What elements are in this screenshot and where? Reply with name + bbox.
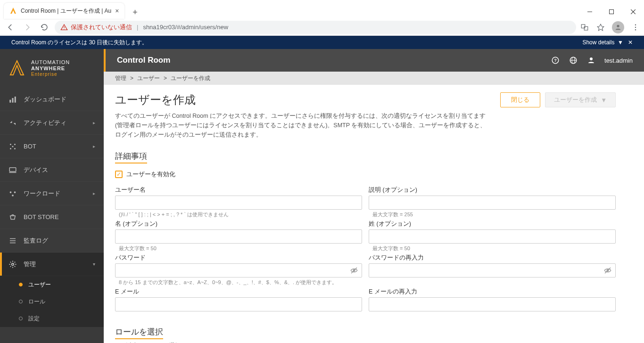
- sidebar-item-workload[interactable]: ワークロード ▸: [0, 182, 104, 205]
- sidebar-item-bot[interactable]: BOT ▸: [0, 135, 104, 158]
- password-hint: 8 から 15 までの文字数と、a~z、A~Z、0~9、@、-、_、!、#、$、…: [115, 279, 362, 286]
- enable-user-checkbox[interactable]: ✓: [115, 171, 123, 178]
- section-details-title: 詳細事項: [115, 151, 147, 163]
- svg-text:?: ?: [554, 58, 557, 63]
- bookmark-star-icon[interactable]: [596, 23, 605, 32]
- browser-toolbar: 保護されていない通信 | shna19cr03/#/admin/users/ne…: [0, 19, 644, 36]
- sidebar-item-devices[interactable]: デバイス: [0, 158, 104, 182]
- profile-avatar-icon[interactable]: [612, 21, 624, 33]
- reload-button[interactable]: [38, 21, 51, 34]
- sidebar-sub-settings[interactable]: 設定: [0, 310, 104, 327]
- minimize-button[interactable]: [579, 5, 601, 19]
- product-logo: AUTOMATION ANYWHERE Enterprise: [0, 49, 104, 88]
- botstore-icon: [8, 213, 17, 221]
- password-label: パスワード: [115, 254, 362, 262]
- translate-icon[interactable]: [580, 23, 589, 32]
- username-label: ユーザー名: [115, 186, 362, 194]
- security-warning: 保護されていない通信: [60, 23, 132, 32]
- forward-button[interactable]: [21, 21, 34, 34]
- username-input[interactable]: [115, 196, 362, 210]
- favicon-icon: [9, 7, 17, 15]
- description-label: 説明 (オプション): [369, 186, 616, 194]
- banner-close-icon[interactable]: ✕: [628, 39, 633, 46]
- user-icon[interactable]: [586, 56, 596, 65]
- sidebar-label: デバイス: [24, 166, 48, 174]
- svg-line-38: [605, 268, 611, 273]
- app-header: Control Room ? test.admin: [104, 49, 644, 72]
- sidebar-label: BOT: [24, 143, 36, 150]
- svg-point-16: [14, 144, 16, 145]
- svg-rect-14: [15, 97, 16, 103]
- sidebar-label: 監査ログ: [24, 237, 48, 245]
- back-button[interactable]: [4, 21, 17, 34]
- breadcrumb: 管理 > ユーザー > ユーザーを作成: [104, 72, 644, 85]
- close-button[interactable]: 閉じる: [500, 92, 540, 107]
- window-controls: [579, 5, 644, 19]
- eye-slash-icon[interactable]: [350, 266, 358, 275]
- chevron-down-icon: ▼: [601, 97, 607, 104]
- logo-icon: [8, 58, 26, 79]
- maximize-button[interactable]: [601, 5, 622, 19]
- lastname-label: 姓 (オプション): [369, 220, 616, 228]
- svg-rect-12: [9, 99, 11, 102]
- firstname-hint: 最大文字数 = 50: [115, 245, 362, 252]
- bullet-icon: [19, 317, 23, 320]
- license-banner: Control Room のライセンスは 30 日後に失効します。 Show d…: [0, 36, 644, 49]
- page-title: ユーザーを作成: [115, 92, 196, 107]
- crumb-admin[interactable]: 管理: [115, 74, 126, 82]
- sidebar-item-dashboard[interactable]: ダッシュボード: [0, 88, 104, 111]
- sidebar-label: 管理: [24, 260, 36, 269]
- sidebar-item-activity[interactable]: アクティビティ ▸: [0, 111, 104, 135]
- svg-point-22: [10, 191, 12, 193]
- sidebar-admin-submenu: ユーザー ロール 設定: [0, 276, 104, 327]
- crumb-users[interactable]: ユーザー: [137, 74, 160, 82]
- eye-slash-icon[interactable]: [603, 266, 612, 275]
- sidebar-sub-users[interactable]: ユーザー: [0, 276, 104, 293]
- email-input[interactable]: [115, 297, 362, 311]
- chevron-right-icon: ▸: [93, 191, 95, 196]
- globe-icon[interactable]: [569, 56, 578, 65]
- tab-title: Control Room | ユーザーを作成 | Au: [21, 7, 111, 15]
- app-header-title: Control Room: [117, 56, 170, 65]
- svg-line-36: [351, 268, 357, 273]
- devices-icon: [8, 166, 17, 174]
- new-tab-button[interactable]: +: [128, 6, 141, 19]
- browser-tab[interactable]: Control Room | ユーザーを作成 | Au ×: [4, 3, 124, 19]
- help-icon[interactable]: ?: [551, 56, 560, 65]
- header-username[interactable]: test.admin: [604, 57, 633, 64]
- description-input[interactable]: [369, 196, 616, 210]
- password-confirm-input[interactable]: [369, 263, 616, 278]
- sidebar-item-botstore[interactable]: BOT STORE: [0, 205, 104, 229]
- chevron-right-icon: ▸: [93, 120, 95, 125]
- address-bar[interactable]: 保護されていない通信 | shna19cr03/#/admin/users/ne…: [55, 21, 576, 34]
- sidebar-item-admin[interactable]: 管理 ▾: [0, 253, 104, 276]
- crumb-create-user: ユーザーを作成: [171, 74, 210, 82]
- lastname-input[interactable]: [369, 229, 616, 244]
- chrome-menu-icon[interactable]: [631, 23, 640, 32]
- sidebar-sub-roles[interactable]: ロール: [0, 293, 104, 310]
- password-input[interactable]: [115, 263, 362, 278]
- email-label: E メール: [115, 288, 362, 296]
- banner-text: Control Room のライセンスは 30 日後に失効します。: [11, 39, 148, 47]
- workload-icon: [8, 189, 17, 198]
- svg-point-9: [635, 24, 636, 25]
- firstname-label: 名 (オプション): [115, 220, 362, 228]
- sidebar-label: BOT STORE: [24, 213, 59, 220]
- sidebar: AUTOMATION ANYWHERE Enterprise ダッシュボード ア…: [0, 49, 104, 343]
- tab-close-icon[interactable]: ×: [115, 7, 119, 15]
- bullet-icon: [19, 283, 23, 286]
- auditlog-icon: [8, 237, 17, 245]
- chevron-right-icon: ▸: [93, 144, 95, 149]
- description-hint: 最大文字数 = 255: [369, 211, 616, 218]
- email-confirm-input[interactable]: [369, 297, 616, 311]
- password2-hint: [369, 279, 616, 285]
- sidebar-item-auditlog[interactable]: 監査ログ: [0, 229, 104, 253]
- svg-point-5: [64, 28, 64, 29]
- username-hint: ()\\ / ' ` " [ ] : ; | < > + = ; , ? * `…: [115, 211, 362, 218]
- svg-point-15: [10, 144, 11, 145]
- close-window-button[interactable]: [622, 5, 644, 19]
- svg-point-10: [635, 26, 636, 27]
- sidebar-label: ダッシュボード: [24, 95, 66, 104]
- banner-show-details[interactable]: Show details ▼: [582, 39, 623, 46]
- firstname-input[interactable]: [115, 229, 362, 244]
